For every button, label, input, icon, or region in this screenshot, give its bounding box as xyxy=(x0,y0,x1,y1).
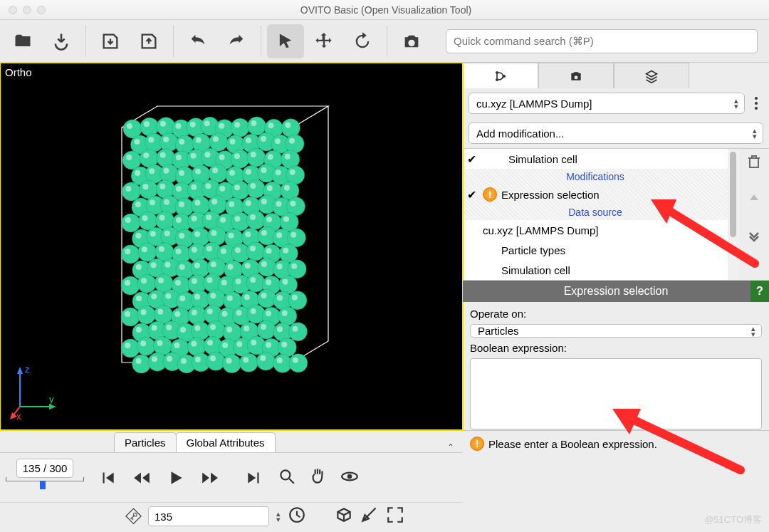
pipeline-list[interactable]: ✔ Simulation cell Modifications ✔ ! Expr… xyxy=(463,149,728,280)
svg-point-167 xyxy=(229,233,234,239)
prev-frame-button[interactable] xyxy=(127,464,157,491)
svg-point-253 xyxy=(210,293,216,298)
svg-point-16 xyxy=(247,117,266,135)
checkbox-icon[interactable]: ✔ xyxy=(467,152,478,166)
svg-point-247 xyxy=(165,293,171,299)
trash-icon[interactable] xyxy=(746,153,763,170)
move-down-icon[interactable] xyxy=(746,227,763,244)
tab-render[interactable] xyxy=(538,63,614,88)
main-toolbar xyxy=(0,20,769,63)
select-tool-button[interactable] xyxy=(267,24,304,58)
fullscreen-icon[interactable] xyxy=(386,506,404,527)
clock-icon[interactable] xyxy=(288,506,306,527)
first-frame-button[interactable] xyxy=(93,464,122,491)
svg-point-321 xyxy=(222,343,228,348)
svg-point-171 xyxy=(261,230,267,236)
right-panel-tabs xyxy=(463,63,769,88)
next-frame-button[interactable] xyxy=(195,464,225,491)
pipeline-item-particletypes[interactable]: Particle types xyxy=(463,240,728,260)
svg-point-265 xyxy=(125,311,130,317)
svg-point-162 xyxy=(191,228,209,246)
minimize-window[interactable] xyxy=(23,6,31,14)
tab-particles[interactable]: Particles xyxy=(114,432,177,452)
download-button[interactable] xyxy=(43,24,80,58)
svg-point-237 xyxy=(250,277,256,283)
svg-point-315 xyxy=(174,343,180,348)
pipeline-item-expression-selection[interactable]: ✔ ! Expression selection xyxy=(463,184,728,204)
svg-point-173 xyxy=(276,232,282,238)
pipeline-item-simcell2[interactable]: Simulation cell xyxy=(463,260,728,280)
svg-point-236 xyxy=(246,273,265,292)
play-button[interactable] xyxy=(161,464,191,491)
help-button[interactable]: ? xyxy=(750,281,769,302)
svg-point-340 xyxy=(206,352,225,370)
svg-point-59 xyxy=(234,153,240,159)
redo-button[interactable] xyxy=(218,24,255,58)
svg-point-60 xyxy=(247,148,266,167)
svg-point-221 xyxy=(125,280,130,286)
measure-icon[interactable] xyxy=(360,506,379,527)
viewport[interactable]: Ortho z y x xyxy=(0,63,463,430)
boolean-expression-input[interactable] xyxy=(470,358,762,429)
svg-point-243 xyxy=(136,296,142,301)
tab-pipeline[interactable] xyxy=(463,63,538,88)
svg-point-47 xyxy=(143,152,149,158)
move-tool-button[interactable] xyxy=(305,24,342,58)
pipeline-section-modifications: Modifications xyxy=(463,169,728,184)
svg-point-241 xyxy=(282,279,288,285)
svg-point-257 xyxy=(244,294,250,300)
svg-point-299 xyxy=(226,327,232,333)
svg-point-111 xyxy=(135,202,141,207)
frame-counter: 135 / 300 xyxy=(6,459,84,496)
watermark: @51CTO博客 xyxy=(704,513,762,526)
timeline-ruler[interactable] xyxy=(6,481,84,496)
svg-point-283 xyxy=(266,311,271,316)
quick-search-input[interactable] xyxy=(446,29,758,53)
render-button[interactable] xyxy=(393,24,430,58)
checkbox-icon[interactable]: ✔ xyxy=(467,188,478,202)
collapse-icon[interactable]: ⌃ xyxy=(447,442,454,452)
import-button[interactable] xyxy=(92,24,129,58)
window-controls[interactable] xyxy=(0,6,46,14)
pipeline-scrollbar[interactable] xyxy=(728,149,739,280)
orbit-button[interactable] xyxy=(340,467,359,489)
key-icon[interactable]: ⚿ xyxy=(123,506,145,527)
svg-point-306 xyxy=(288,323,307,341)
svg-point-165 xyxy=(211,230,216,236)
svg-point-1 xyxy=(127,123,132,129)
pipeline-item-simcell[interactable]: ✔ Simulation cell xyxy=(463,149,728,169)
cube-icon[interactable] xyxy=(335,506,353,527)
tab-global-attributes[interactable]: Global Attributes xyxy=(176,432,276,452)
svg-point-261 xyxy=(277,295,283,301)
svg-point-240 xyxy=(278,276,297,294)
pan-button[interactable] xyxy=(309,467,328,489)
open-file-button[interactable] xyxy=(4,24,41,58)
maximize-window[interactable] xyxy=(37,6,46,14)
close-window[interactable] xyxy=(9,6,17,14)
svg-point-35 xyxy=(230,139,236,145)
app-title: OVITO Basic (Open Visualization Tool) xyxy=(46,4,726,16)
last-frame-button[interactable] xyxy=(239,464,269,491)
svg-point-187 xyxy=(206,246,212,251)
svg-point-343 xyxy=(226,358,232,364)
svg-point-48 xyxy=(157,149,175,167)
undo-button[interactable] xyxy=(179,24,216,58)
tab-layers[interactable] xyxy=(614,63,689,88)
svg-point-225 xyxy=(158,278,164,283)
pipeline-file-select[interactable]: cu.xyz [LAMMPS Dump] ▴▾ xyxy=(469,93,745,114)
operate-on-select[interactable]: Particles ▴▾ xyxy=(470,324,762,338)
svg-point-269 xyxy=(157,309,163,315)
zoom-button[interactable] xyxy=(278,467,296,489)
svg-point-367 xyxy=(347,474,352,479)
rotate-tool-button[interactable] xyxy=(344,24,381,58)
svg-point-347 xyxy=(260,355,266,361)
export-button[interactable] xyxy=(130,24,167,58)
svg-point-268 xyxy=(154,306,172,324)
move-up-icon[interactable] xyxy=(746,190,763,207)
pipeline-menu-button[interactable] xyxy=(749,93,763,113)
add-modification-select[interactable]: Add modification... ▴▾ xyxy=(469,122,763,144)
svg-text:y: y xyxy=(49,394,54,405)
svg-point-89 xyxy=(125,186,131,192)
pipeline-item-source[interactable]: cu.xyz [LAMMPS Dump] xyxy=(463,220,728,240)
frame-input[interactable] xyxy=(148,506,269,526)
